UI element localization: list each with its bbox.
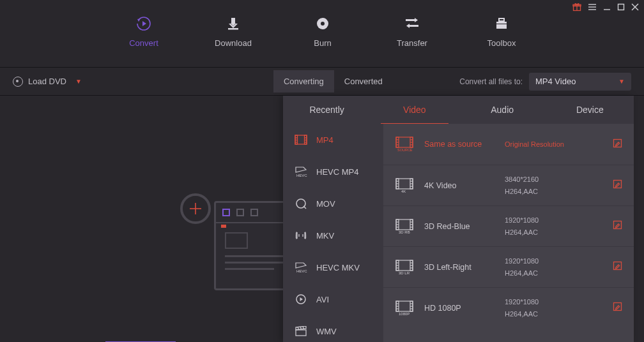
preset-codec: H264,AAC <box>505 228 585 237</box>
tab-converted[interactable]: Converted <box>334 70 393 93</box>
transfer-icon <box>404 15 420 32</box>
panel-tab-recently[interactable]: Recently <box>283 96 371 124</box>
format-item-mkv[interactable]: MKV <box>283 219 383 251</box>
close-icon[interactable] <box>631 3 639 11</box>
quicktime-icon <box>295 198 307 209</box>
hevc-icon: HEVC <box>295 262 307 272</box>
svg-rect-7 <box>618 4 624 10</box>
tab-converting[interactable]: Converting <box>273 70 334 93</box>
hevc-icon: HEVC <box>295 167 307 177</box>
preset-name: 3D Red-Blue <box>424 222 494 231</box>
panel-tab-audio[interactable]: Audio <box>459 96 546 124</box>
play-circle-icon <box>295 294 307 304</box>
maximize-icon[interactable] <box>617 3 625 11</box>
preset-hd-1080p[interactable]: 1080P HD 1080P 1920*1080 H264,AAC <box>383 287 634 328</box>
panel-tab-device[interactable]: Device <box>546 96 634 124</box>
svg-text:4K: 4K <box>401 190 406 193</box>
preset-resolution: Original Resolution <box>505 140 585 149</box>
convert-icon <box>135 15 152 32</box>
minimize-icon[interactable] <box>603 3 611 11</box>
film-icon <box>295 135 307 145</box>
svg-rect-14 <box>231 18 235 24</box>
svg-point-18 <box>321 22 325 26</box>
nav-download[interactable]: Download <box>214 15 252 67</box>
nav-label: Burn <box>314 38 331 48</box>
format-label: MOV <box>316 199 335 209</box>
preset-resolution: 3840*2160 <box>505 175 585 184</box>
preset-codec: H264,AAC <box>505 269 585 278</box>
nav-toolbox[interactable]: Toolbox <box>482 15 521 67</box>
preset-codec: H264,AAC <box>505 309 585 318</box>
svg-text:HEVC: HEVC <box>296 269 307 273</box>
svg-rect-19 <box>406 19 415 21</box>
format-label: HEVC MP4 <box>316 167 358 177</box>
toolbox-icon <box>494 15 509 32</box>
mkv-icon <box>295 230 307 241</box>
1080p-icon: 1080P <box>395 300 414 316</box>
format-item-mp4[interactable]: MP4 <box>283 124 383 156</box>
add-files-button[interactable] <box>180 193 211 224</box>
3d-lr-icon: 3D LR <box>395 259 414 276</box>
preset-name: Same as source <box>424 140 494 149</box>
chevron-down-icon: ▼ <box>75 78 82 85</box>
nav-label: Toolbox <box>487 38 516 48</box>
edit-preset-button[interactable] <box>613 220 622 232</box>
preset-codec: H264,AAC <box>505 187 585 196</box>
format-item-wmv[interactable]: WMV <box>283 315 383 342</box>
download-icon <box>226 15 240 32</box>
format-select[interactable]: MP4 Video ▼ <box>529 73 631 91</box>
menu-icon[interactable] <box>588 3 597 11</box>
format-label: MP4 <box>316 135 334 145</box>
nav-label: Download <box>215 38 252 48</box>
burn-icon <box>316 15 330 32</box>
format-item-mov[interactable]: MOV <box>283 188 383 219</box>
svg-marker-38 <box>296 167 306 172</box>
nav-transfer[interactable]: Transfer <box>393 15 431 67</box>
3d-rb-icon: 3D RB <box>395 218 414 235</box>
edit-preset-button[interactable] <box>613 261 622 273</box>
panel-tab-video[interactable]: Video <box>371 96 458 124</box>
svg-text:HEVC: HEVC <box>296 174 307 177</box>
preset-resolution: 1920*1080 <box>505 256 585 265</box>
svg-marker-11 <box>142 21 146 26</box>
dropzone-illustration <box>38 140 281 319</box>
format-item-hevc-mp4[interactable]: HEVC HEVC MP4 <box>283 156 383 188</box>
svg-marker-44 <box>296 263 306 268</box>
main-nav: Convert Download Burn Transfer Toolbox <box>0 0 644 68</box>
format-label: HEVC MKV <box>316 263 360 272</box>
source-icon: SOURCE <box>395 136 414 152</box>
svg-rect-26 <box>499 19 504 21</box>
edit-preset-button[interactable] <box>613 138 622 151</box>
gift-icon[interactable] <box>572 3 581 11</box>
chevron-down-icon: ▼ <box>618 78 625 85</box>
format-label: MKV <box>316 231 334 241</box>
format-item-avi[interactable]: AVI <box>283 283 383 315</box>
format-item-hevc-mkv[interactable]: HEVC HEVC MKV <box>283 251 383 283</box>
preset-same-as-source[interactable]: SOURCE Same as source Original Resolutio… <box>383 124 634 165</box>
format-select-value: MP4 Video <box>535 77 576 86</box>
nav-convert[interactable]: Convert <box>125 15 163 67</box>
preset-3d-left-right[interactable]: 3D LR 3D Left-Right 1920*1080 H264,AAC <box>383 246 634 287</box>
preset-4k-video[interactable]: 4K 4K Video 3840*2160 H264,AAC <box>383 165 634 205</box>
nav-burn[interactable]: Burn <box>303 15 342 67</box>
format-list[interactable]: MP4 HEVC HEVC MP4 MOV MKV <box>283 124 383 342</box>
load-dvd-button[interactable]: Load DVD ▼ <box>13 77 82 87</box>
svg-text:3D LR: 3D LR <box>399 271 410 275</box>
svg-text:SOURCE: SOURCE <box>397 148 413 152</box>
preset-3d-red-blue[interactable]: 3D RB 3D Red-Blue 1920*1080 H264,AAC <box>383 205 634 246</box>
svg-marker-22 <box>406 24 410 28</box>
nav-label: Transfer <box>397 38 427 48</box>
preset-resolution: 1920*1080 <box>505 216 585 225</box>
edit-preset-button[interactable] <box>613 179 622 191</box>
svg-rect-16 <box>228 28 238 30</box>
nav-label: Convert <box>129 38 158 48</box>
preset-list[interactable]: SOURCE Same as source Original Resolutio… <box>383 124 634 342</box>
edit-preset-button[interactable] <box>613 302 622 314</box>
preset-resolution: 1920*1080 <box>505 297 585 306</box>
preset-name: 4K Video <box>424 181 494 190</box>
format-label: WMV <box>316 327 337 336</box>
svg-text:1080P: 1080P <box>399 312 410 316</box>
clapper-icon <box>295 326 307 336</box>
svg-rect-48 <box>296 330 306 336</box>
svg-marker-20 <box>415 18 418 22</box>
